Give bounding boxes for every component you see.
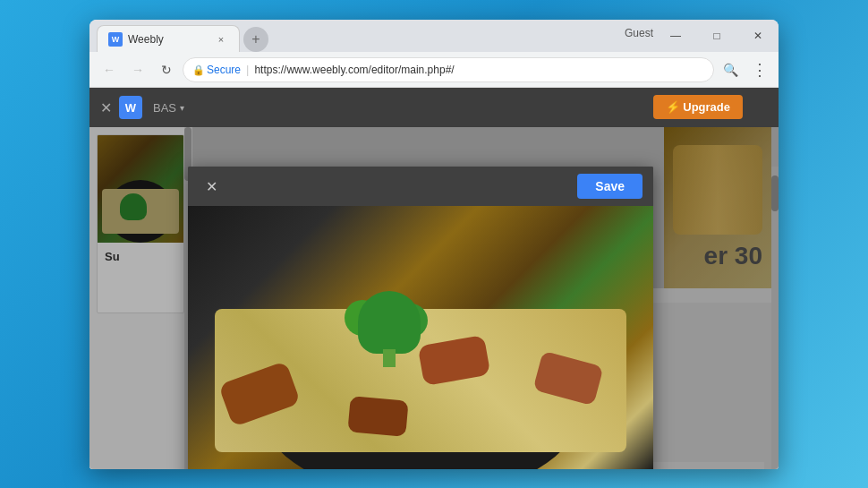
chrome-titlebar: W Weebly × + Guest — □ ✕ bbox=[89, 20, 779, 52]
chrome-navbar: ← → ↻ 🔒 Secure | https://www.weebly.com/… bbox=[89, 52, 779, 88]
browser-tab-weebly[interactable]: W Weebly × bbox=[97, 25, 240, 52]
tab-favicon: W bbox=[108, 32, 123, 47]
weebly-logo: W bbox=[119, 96, 142, 119]
modal-save-button[interactable]: Save bbox=[577, 174, 642, 199]
tab-bar: W Weebly × + bbox=[97, 20, 268, 52]
address-bar[interactable]: 🔒 Secure | https://www.weebly.com/editor… bbox=[183, 57, 714, 82]
window-controls: — □ ✕ bbox=[655, 20, 779, 52]
url-text: https://www.weebly.com/editor/main.php#/ bbox=[254, 64, 454, 76]
close-button[interactable]: ✕ bbox=[737, 20, 779, 52]
new-tab-button[interactable]: + bbox=[243, 27, 268, 52]
minimize-button[interactable]: — bbox=[655, 20, 696, 52]
website-content: Su er 30 bbox=[89, 127, 779, 469]
modal-header: ✕ Save bbox=[188, 167, 653, 206]
modal-close-button[interactable]: ✕ bbox=[199, 174, 224, 199]
forward-button[interactable]: → bbox=[125, 57, 150, 82]
back-button[interactable]: ← bbox=[97, 57, 122, 82]
tab-close-button[interactable]: × bbox=[214, 32, 228, 47]
food-background bbox=[188, 206, 653, 469]
url-divider: | bbox=[246, 63, 249, 76]
tab-title: Weebly bbox=[128, 33, 208, 46]
editor-area: ✕ W BAS ▾ ⚡ Upgrade bbox=[89, 88, 779, 469]
weebly-close-icon[interactable]: ✕ bbox=[100, 99, 112, 116]
weebly-topbar: ✕ W BAS ▾ ⚡ Upgrade bbox=[89, 88, 779, 127]
maximize-button[interactable]: □ bbox=[696, 20, 737, 52]
secure-label: Secure bbox=[207, 64, 241, 76]
image-editor-modal: ✕ Save bbox=[188, 167, 653, 469]
broccoli-stem bbox=[383, 349, 396, 367]
broccoli-main bbox=[358, 291, 421, 354]
secure-icon: 🔒 bbox=[192, 64, 203, 75]
refresh-button[interactable]: ↻ bbox=[154, 57, 179, 82]
user-label: Guest bbox=[625, 27, 653, 39]
upgrade-button[interactable]: ⚡ Upgrade bbox=[653, 95, 743, 119]
browser-menu-button[interactable]: ⋮ bbox=[746, 57, 771, 82]
browser-window: W Weebly × + Guest — □ ✕ ← → ↻ 🔒 Secure … bbox=[89, 20, 779, 469]
modal-image bbox=[188, 206, 653, 469]
chevron-down-icon: ▾ bbox=[180, 103, 184, 113]
bas-dropdown[interactable]: BAS ▾ bbox=[146, 98, 191, 118]
search-icon[interactable]: 🔍 bbox=[718, 57, 743, 82]
chicken-piece-3 bbox=[347, 396, 408, 437]
